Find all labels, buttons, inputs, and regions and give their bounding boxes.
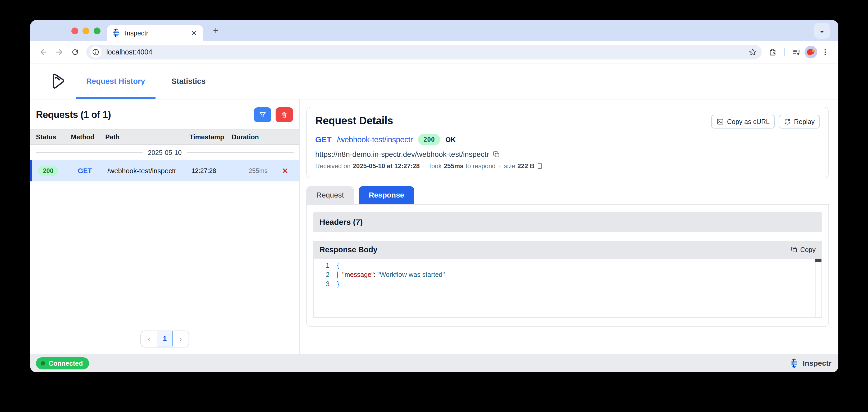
meta-size-prefix: size bbox=[504, 162, 516, 170]
response-body-bar: Response Body Copy bbox=[313, 241, 822, 259]
filter-button[interactable] bbox=[254, 107, 271, 122]
request-url-line: https://n8n-demo.in-spectr.dev/webhook-t… bbox=[315, 150, 820, 159]
forward-button[interactable] bbox=[51, 44, 67, 60]
info-icon bbox=[92, 49, 99, 56]
trash-icon bbox=[281, 111, 288, 119]
inspectr-logo-icon bbox=[790, 358, 799, 368]
connected-badge: Connected bbox=[36, 357, 89, 370]
footer-brand-label: Inspectr bbox=[803, 359, 832, 368]
details-title: Request Details bbox=[315, 115, 393, 127]
line-number: 3 bbox=[314, 279, 337, 288]
copy-as-curl-button[interactable]: Copy as cURL bbox=[711, 115, 775, 129]
tab-request-history[interactable]: Request History bbox=[83, 63, 148, 99]
extensions-button[interactable] bbox=[765, 44, 781, 60]
app-header: Request History Statistics bbox=[30, 63, 838, 99]
date-group-label: 2025-05-10 bbox=[148, 149, 182, 157]
response-body-code[interactable]: 1 { 2 "message": "Workflow was started" … bbox=[313, 259, 822, 318]
copy-as-curl-label: Copy as cURL bbox=[727, 118, 770, 126]
connected-label: Connected bbox=[49, 360, 83, 367]
col-timestamp: Timestamp bbox=[189, 133, 232, 141]
meta-duration: 255ms bbox=[444, 162, 464, 170]
row-path: /webhook-test/inspectr bbox=[107, 167, 191, 175]
avatar-bird-image bbox=[807, 49, 814, 55]
code-scrollbar-thumb[interactable] bbox=[815, 259, 822, 262]
line-number: 1 bbox=[314, 261, 337, 270]
headers-section-title: Headers (7) bbox=[319, 218, 363, 227]
star-icon bbox=[748, 48, 757, 56]
col-method: Method bbox=[71, 133, 105, 141]
profile-avatar[interactable] bbox=[805, 46, 817, 58]
funnel-icon bbox=[259, 111, 267, 119]
line-number: 2 bbox=[314, 270, 337, 279]
main-content: Requests (1 of 1) Status Method Path bbox=[30, 99, 838, 354]
media-controls-button[interactable] bbox=[789, 44, 805, 60]
size-doc-icon bbox=[537, 163, 543, 169]
table-row[interactable]: 200 GET /webhook-test/inspectr 12:27:28 … bbox=[30, 160, 299, 181]
arrow-left-icon bbox=[39, 47, 48, 57]
meta-took-suffix: to respond bbox=[465, 162, 495, 170]
headers-section-bar[interactable]: Headers (7) bbox=[313, 212, 822, 232]
zoom-window-button[interactable] bbox=[94, 28, 100, 34]
minimize-window-button[interactable] bbox=[83, 28, 89, 34]
col-path: Path bbox=[105, 133, 189, 141]
inspectr-favicon-icon bbox=[112, 29, 120, 37]
replay-button[interactable]: Replay bbox=[779, 115, 820, 129]
indent-guide bbox=[337, 272, 338, 278]
replay-label: Replay bbox=[794, 118, 814, 126]
copy-body-label: Copy bbox=[800, 246, 816, 254]
url-text: localhost:4004 bbox=[106, 48, 746, 56]
new-tab-button[interactable]: + bbox=[210, 25, 222, 36]
three-dots-icon bbox=[821, 48, 829, 56]
request-meta-line: Received on 2025-05-10 at 12:27:28 · Too… bbox=[315, 162, 820, 170]
copy-icon bbox=[791, 246, 798, 253]
delete-requests-button[interactable] bbox=[276, 107, 293, 122]
code-line: 3 } bbox=[314, 279, 822, 288]
browser-menu-button[interactable] bbox=[817, 44, 833, 60]
response-tab-panel: Headers (7) Response Body Copy 1 { bbox=[306, 205, 829, 327]
row-method: GET bbox=[73, 167, 107, 175]
details-panel: Request Details Copy as cURL Replay bbox=[300, 99, 838, 354]
delete-row-button[interactable]: ✕ bbox=[271, 167, 299, 175]
app-logo-icon bbox=[50, 73, 66, 90]
browser-tabstrip: Inspectr ✕ + ⌄ bbox=[30, 20, 838, 41]
status-code-badge: 200 bbox=[418, 134, 440, 146]
copy-body-button[interactable]: Copy bbox=[791, 246, 816, 254]
site-info-button[interactable] bbox=[90, 46, 101, 58]
page-number-current[interactable]: 1 bbox=[157, 330, 173, 346]
date-group-separator: 2025-05-10 bbox=[30, 145, 299, 160]
copy-url-icon[interactable] bbox=[493, 151, 500, 158]
request-path: /webhook-test/inspectr bbox=[337, 135, 413, 144]
playlist-icon bbox=[792, 47, 801, 57]
status-text: OK bbox=[445, 136, 456, 144]
close-window-button[interactable] bbox=[71, 28, 78, 34]
footer-brand: Inspectr bbox=[790, 358, 832, 368]
tab-search-chevron-icon[interactable]: ⌄ bbox=[814, 23, 830, 39]
back-button[interactable] bbox=[35, 44, 51, 60]
browser-toolbar: localhost:4004 bbox=[30, 41, 838, 63]
requests-table-header: Status Method Path Timestamp Duration bbox=[30, 129, 299, 145]
url-bar[interactable]: localhost:4004 bbox=[86, 45, 762, 60]
next-page-button[interactable]: › bbox=[173, 331, 189, 347]
status-bar: Connected Inspectr bbox=[30, 354, 838, 372]
reload-button[interactable] bbox=[67, 44, 83, 60]
status-badge: 200 bbox=[38, 165, 58, 176]
close-tab-icon[interactable]: ✕ bbox=[190, 29, 198, 37]
tab-request[interactable]: Request bbox=[306, 186, 354, 204]
request-details-card: Request Details Copy as cURL Replay bbox=[306, 107, 829, 178]
request-url: https://n8n-demo.in-spectr.dev/webhook-t… bbox=[315, 150, 489, 159]
code-scrollbar[interactable] bbox=[815, 259, 822, 317]
window-controls bbox=[71, 28, 100, 34]
requests-panel: Requests (1 of 1) Status Method Path bbox=[30, 99, 300, 354]
prev-page-button[interactable]: ‹ bbox=[141, 331, 157, 347]
replay-icon bbox=[784, 118, 791, 125]
toolbar-divider bbox=[784, 48, 785, 56]
pagination: ‹ 1 › bbox=[30, 330, 299, 354]
code-line: 1 { bbox=[314, 261, 822, 270]
col-status: Status bbox=[36, 133, 71, 141]
browser-tab[interactable]: Inspectr ✕ bbox=[107, 25, 203, 41]
code-line: 2 "message": "Workflow was started" bbox=[314, 270, 822, 279]
tab-statistics[interactable]: Statistics bbox=[168, 63, 209, 99]
tab-response[interactable]: Response bbox=[359, 186, 414, 204]
meta-size: 222 B bbox=[517, 162, 534, 170]
bookmark-button[interactable] bbox=[746, 45, 760, 59]
